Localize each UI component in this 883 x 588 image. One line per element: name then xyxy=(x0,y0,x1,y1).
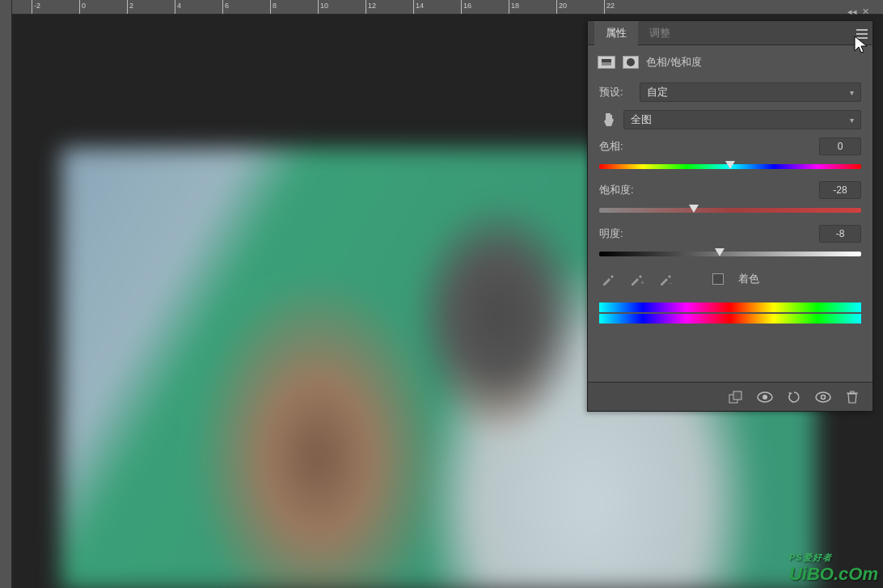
saturation-thumb[interactable] xyxy=(689,205,699,213)
visibility-icon[interactable] xyxy=(811,387,835,408)
svg-text:-: - xyxy=(670,279,672,286)
svg-point-5 xyxy=(763,395,767,400)
spectrum-bars xyxy=(599,302,861,324)
preset-value: 自定 xyxy=(647,85,668,99)
preset-label: 预设: xyxy=(599,85,633,99)
lightness-slider[interactable] xyxy=(599,247,861,259)
ruler-tick: 16 xyxy=(461,0,462,15)
collapse-icon[interactable]: ◂◂ xyxy=(847,6,857,17)
watermark-main: UiBO.cOm xyxy=(789,564,878,584)
spectrum-bar-bottom xyxy=(599,314,861,324)
panel-footer xyxy=(588,382,872,411)
ruler-vertical xyxy=(0,0,12,588)
colorize-label: 着色 xyxy=(738,272,759,286)
panel-window-controls: ◂◂ ✕ xyxy=(847,6,869,17)
hue-thumb[interactable] xyxy=(725,161,735,169)
preset-select[interactable]: 自定 ▾ xyxy=(640,82,861,102)
hue-label: 色相: xyxy=(599,139,623,154)
targeted-adjustment-tool-icon[interactable] xyxy=(599,111,617,129)
reset-icon[interactable] xyxy=(782,387,806,408)
view-previous-state-icon[interactable] xyxy=(753,387,777,408)
properties-panel: ◂◂ ✕ 属性 调整 色相/饱和度 预设: 自定 ▾ 全图 ▾ xyxy=(587,20,873,412)
saturation-slider-block: 饱和度: -28 xyxy=(599,181,861,215)
clip-to-layer-icon[interactable] xyxy=(724,387,748,408)
hue-value-input[interactable]: 0 xyxy=(819,137,861,155)
ruler-tick: 18 xyxy=(509,0,509,15)
watermark-subtitle: PS爱好者 xyxy=(789,552,878,564)
panel-menu-icon[interactable] xyxy=(856,27,868,42)
ruler-tick: 10 xyxy=(318,0,319,15)
watermark: PS爱好者 UiBO.cOm xyxy=(789,552,878,585)
ruler-tick: 2 xyxy=(127,0,128,15)
lightness-value-input[interactable]: -8 xyxy=(819,225,861,243)
channel-value: 全图 xyxy=(631,112,652,127)
saturation-slider[interactable] xyxy=(599,204,861,215)
svg-point-7 xyxy=(822,395,826,399)
chevron-down-icon: ▾ xyxy=(850,88,854,97)
ruler-tick: 6 xyxy=(222,0,223,15)
svg-rect-3 xyxy=(733,391,741,400)
spectrum-bar-top xyxy=(599,302,861,312)
adjustment-type-icon xyxy=(598,55,615,70)
lightness-rail xyxy=(599,252,861,256)
tab-properties[interactable]: 属性 xyxy=(594,21,638,45)
lightness-thumb[interactable] xyxy=(715,248,725,256)
hue-slider-block: 色相: 0 xyxy=(599,137,861,171)
mask-icon[interactable] xyxy=(622,55,640,70)
ruler-tick: -2 xyxy=(32,0,32,15)
channel-select[interactable]: 全图 ▾ xyxy=(623,110,861,129)
close-icon[interactable]: ✕ xyxy=(862,6,869,17)
chevron-down-icon: ▾ xyxy=(850,116,854,125)
hue-slider[interactable] xyxy=(599,160,861,171)
saturation-rail xyxy=(599,208,861,213)
ruler-tick: 22 xyxy=(604,0,605,15)
panel-tabs: 属性 调整 xyxy=(588,21,872,45)
saturation-value-input[interactable]: -28 xyxy=(819,181,861,199)
ruler-tick: 4 xyxy=(175,0,175,15)
svg-point-6 xyxy=(816,392,830,402)
saturation-label: 饱和度: xyxy=(599,183,634,197)
trash-icon[interactable] xyxy=(840,387,864,408)
ruler-tick: 8 xyxy=(270,0,271,15)
eyedropper-plus-icon[interactable]: + xyxy=(628,270,646,288)
lightness-label: 明度: xyxy=(599,226,623,241)
ruler-horizontal: (function(){ const d = JSON.parse(docume… xyxy=(12,0,883,15)
adjustment-header: 色相/饱和度 xyxy=(588,45,872,79)
tab-adjustments[interactable]: 调整 xyxy=(638,21,682,45)
eyedropper-icon[interactable] xyxy=(599,270,617,288)
ruler-tick: 12 xyxy=(365,0,366,15)
svg-text:+: + xyxy=(640,279,644,286)
eyedropper-minus-icon[interactable]: - xyxy=(657,270,675,288)
ruler-tick: 20 xyxy=(556,0,557,15)
panel-body: 预设: 自定 ▾ 全图 ▾ 色相: 0 xyxy=(588,79,872,382)
adjustment-title: 色相/饱和度 xyxy=(646,55,702,70)
eyedropper-row: + - 着色 xyxy=(599,270,861,288)
lightness-slider-block: 明度: -8 xyxy=(599,225,861,259)
ruler-tick: 0 xyxy=(79,0,80,15)
ruler-tick: 14 xyxy=(413,0,414,15)
colorize-checkbox[interactable] xyxy=(712,273,724,285)
